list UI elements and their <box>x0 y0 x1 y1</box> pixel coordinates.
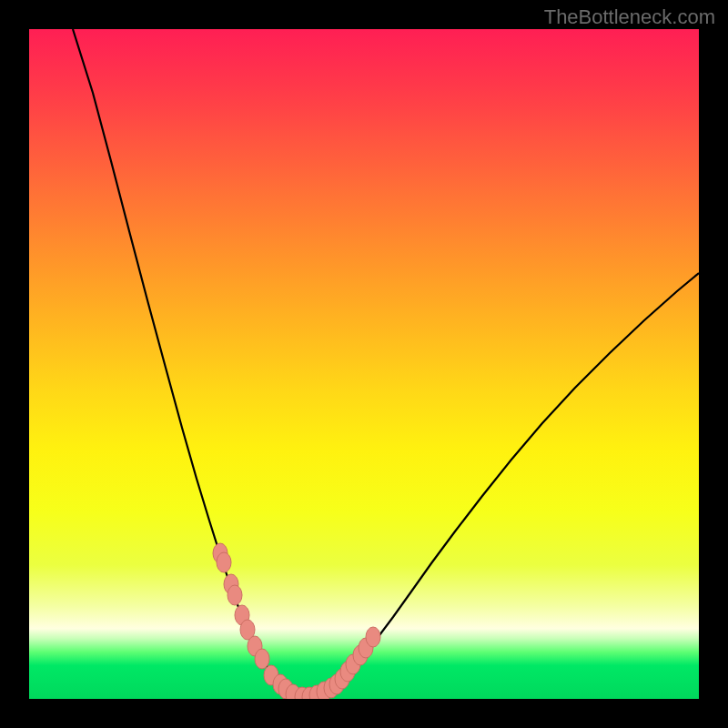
left-curve <box>73 29 308 698</box>
data-marker <box>366 627 380 647</box>
data-marker <box>217 552 231 572</box>
chart-svg <box>29 29 699 699</box>
data-marker <box>228 585 242 605</box>
marker-group <box>213 543 380 699</box>
watermark-text: TheBottleneck.com <box>544 5 715 29</box>
chart-root: TheBottleneck.com <box>0 0 728 728</box>
gradient-plot-area <box>29 29 699 699</box>
data-marker <box>255 649 269 669</box>
